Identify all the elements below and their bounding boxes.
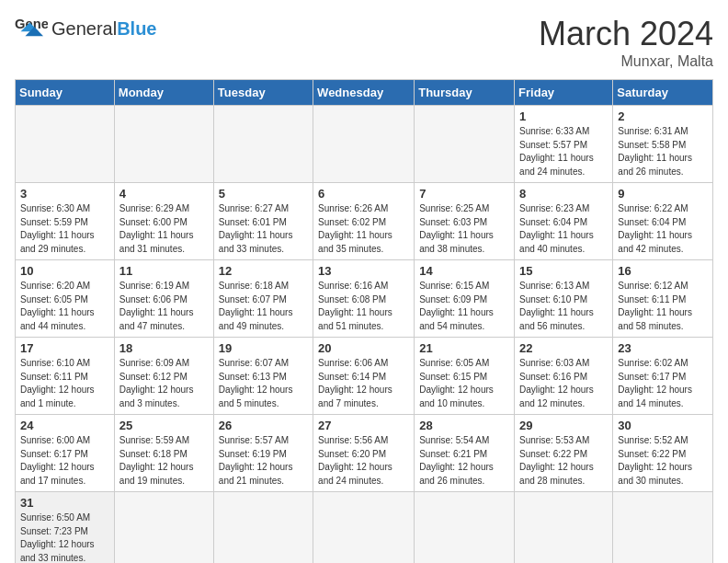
day-number: 30 <box>618 419 708 432</box>
day-info: Sunrise: 6:00 AM Sunset: 6:17 PM Dayligh… <box>20 434 109 488</box>
calendar-cell <box>313 106 415 183</box>
day-number: 14 <box>419 264 509 278</box>
day-info: Sunrise: 6:27 AM Sunset: 6:01 PM Dayligh… <box>219 202 308 256</box>
day-number: 16 <box>618 264 708 278</box>
day-number: 26 <box>219 419 308 432</box>
column-header-friday: Friday <box>515 80 613 106</box>
day-info: Sunrise: 6:16 AM Sunset: 6:08 PM Dayligh… <box>318 280 409 333</box>
day-number: 11 <box>119 264 209 278</box>
day-number: 5 <box>219 187 308 201</box>
day-number: 24 <box>20 419 109 432</box>
day-number: 3 <box>20 187 109 201</box>
calendar-cell <box>313 492 415 564</box>
calendar-cell: 4Sunrise: 6:29 AM Sunset: 6:00 PM Daylig… <box>114 183 213 260</box>
day-number: 17 <box>20 341 109 355</box>
day-info: Sunrise: 6:23 AM Sunset: 6:04 PM Dayligh… <box>519 202 608 256</box>
column-header-thursday: Thursday <box>415 80 515 106</box>
calendar-cell: 19Sunrise: 6:07 AM Sunset: 6:13 PM Dayli… <box>213 338 313 415</box>
calendar-table: SundayMondayTuesdayWednesdayThursdayFrid… <box>15 79 713 563</box>
day-info: Sunrise: 6:06 AM Sunset: 6:14 PM Dayligh… <box>318 357 409 410</box>
column-header-sunday: Sunday <box>16 80 115 106</box>
day-number: 21 <box>419 341 509 355</box>
calendar-cell <box>114 492 213 564</box>
day-info: Sunrise: 6:03 AM Sunset: 6:16 PM Dayligh… <box>519 357 608 410</box>
day-number: 25 <box>119 419 209 432</box>
location-subtitle: Munxar, Malta <box>539 53 713 70</box>
calendar-cell: 7Sunrise: 6:25 AM Sunset: 6:03 PM Daylig… <box>415 183 515 260</box>
day-info: Sunrise: 6:26 AM Sunset: 6:02 PM Dayligh… <box>318 202 409 256</box>
month-year-title: March 2024 <box>539 15 713 53</box>
calendar-week-row: 1Sunrise: 6:33 AM Sunset: 5:57 PM Daylig… <box>16 106 713 183</box>
day-info: Sunrise: 5:57 AM Sunset: 6:19 PM Dayligh… <box>219 434 308 488</box>
day-number: 23 <box>618 341 708 355</box>
calendar-cell: 12Sunrise: 6:18 AM Sunset: 6:07 PM Dayli… <box>213 260 313 338</box>
day-info: Sunrise: 6:18 AM Sunset: 6:07 PM Dayligh… <box>219 280 308 333</box>
calendar-cell: 25Sunrise: 5:59 AM Sunset: 6:18 PM Dayli… <box>114 415 213 492</box>
column-header-monday: Monday <box>114 80 213 106</box>
day-info: Sunrise: 6:12 AM Sunset: 6:11 PM Dayligh… <box>618 280 708 333</box>
calendar-cell: 11Sunrise: 6:19 AM Sunset: 6:06 PM Dayli… <box>114 260 213 338</box>
calendar-cell: 8Sunrise: 6:23 AM Sunset: 6:04 PM Daylig… <box>515 183 613 260</box>
day-number: 27 <box>318 419 409 432</box>
calendar-cell: 22Sunrise: 6:03 AM Sunset: 6:16 PM Dayli… <box>515 338 613 415</box>
calendar-cell: 13Sunrise: 6:16 AM Sunset: 6:08 PM Dayli… <box>313 260 415 338</box>
calendar-cell <box>16 106 115 183</box>
calendar-week-row: 3Sunrise: 6:30 AM Sunset: 5:59 PM Daylig… <box>16 183 713 260</box>
calendar-cell: 29Sunrise: 5:53 AM Sunset: 6:22 PM Dayli… <box>515 415 613 492</box>
calendar-cell <box>213 492 313 564</box>
calendar-cell: 27Sunrise: 5:56 AM Sunset: 6:20 PM Dayli… <box>313 415 415 492</box>
calendar-cell <box>415 492 515 564</box>
day-number: 7 <box>419 187 509 201</box>
day-info: Sunrise: 6:15 AM Sunset: 6:09 PM Dayligh… <box>419 280 509 333</box>
day-info: Sunrise: 6:09 AM Sunset: 6:12 PM Dayligh… <box>119 357 209 410</box>
title-area: March 2024 Munxar, Malta <box>539 15 713 70</box>
calendar-cell: 15Sunrise: 6:13 AM Sunset: 6:10 PM Dayli… <box>515 260 613 338</box>
day-number: 12 <box>219 264 308 278</box>
day-info: Sunrise: 6:25 AM Sunset: 6:03 PM Dayligh… <box>419 202 509 256</box>
calendar-cell: 10Sunrise: 6:20 AM Sunset: 6:05 PM Dayli… <box>16 260 115 338</box>
day-info: Sunrise: 6:02 AM Sunset: 6:17 PM Dayligh… <box>618 357 708 410</box>
day-number: 9 <box>618 187 708 201</box>
day-info: Sunrise: 6:07 AM Sunset: 6:13 PM Dayligh… <box>219 357 308 410</box>
column-header-saturday: Saturday <box>613 80 713 106</box>
calendar-cell: 21Sunrise: 6:05 AM Sunset: 6:15 PM Dayli… <box>415 338 515 415</box>
logo: General GeneralBlue <box>15 15 157 42</box>
calendar-cell <box>114 106 213 183</box>
day-info: Sunrise: 5:54 AM Sunset: 6:21 PM Dayligh… <box>419 434 509 488</box>
day-info: Sunrise: 6:31 AM Sunset: 5:58 PM Dayligh… <box>618 125 708 178</box>
calendar-cell: 23Sunrise: 6:02 AM Sunset: 6:17 PM Dayli… <box>613 338 713 415</box>
calendar-cell: 3Sunrise: 6:30 AM Sunset: 5:59 PM Daylig… <box>16 183 115 260</box>
day-info: Sunrise: 5:56 AM Sunset: 6:20 PM Dayligh… <box>318 434 409 488</box>
calendar-cell: 5Sunrise: 6:27 AM Sunset: 6:01 PM Daylig… <box>213 183 313 260</box>
calendar-cell: 9Sunrise: 6:22 AM Sunset: 6:04 PM Daylig… <box>613 183 713 260</box>
day-info: Sunrise: 6:22 AM Sunset: 6:04 PM Dayligh… <box>618 202 708 256</box>
calendar-cell <box>613 492 713 564</box>
day-info: Sunrise: 6:13 AM Sunset: 6:10 PM Dayligh… <box>519 280 608 333</box>
day-info: Sunrise: 5:53 AM Sunset: 6:22 PM Dayligh… <box>519 434 608 488</box>
calendar-cell: 2Sunrise: 6:31 AM Sunset: 5:58 PM Daylig… <box>613 106 713 183</box>
day-number: 1 <box>519 109 608 123</box>
day-number: 20 <box>318 341 409 355</box>
calendar-cell <box>515 492 613 564</box>
day-number: 31 <box>20 496 109 510</box>
day-number: 10 <box>20 264 109 278</box>
calendar-cell: 16Sunrise: 6:12 AM Sunset: 6:11 PM Dayli… <box>613 260 713 338</box>
calendar-cell: 26Sunrise: 5:57 AM Sunset: 6:19 PM Dayli… <box>213 415 313 492</box>
day-info: Sunrise: 5:52 AM Sunset: 6:22 PM Dayligh… <box>618 434 708 488</box>
calendar-cell: 28Sunrise: 5:54 AM Sunset: 6:21 PM Dayli… <box>415 415 515 492</box>
day-info: Sunrise: 6:33 AM Sunset: 5:57 PM Dayligh… <box>519 125 608 178</box>
day-info: Sunrise: 6:10 AM Sunset: 6:11 PM Dayligh… <box>20 357 109 410</box>
header: General GeneralBlue March 2024 Munxar, M… <box>15 15 713 70</box>
calendar-week-row: 31Sunrise: 6:50 AM Sunset: 7:23 PM Dayli… <box>16 492 713 564</box>
logo-blue-text: Blue <box>117 18 156 39</box>
day-info: Sunrise: 6:50 AM Sunset: 7:23 PM Dayligh… <box>20 511 109 563</box>
logo-general-text: General <box>51 18 117 39</box>
calendar-cell: 30Sunrise: 5:52 AM Sunset: 6:22 PM Dayli… <box>613 415 713 492</box>
day-info: Sunrise: 6:30 AM Sunset: 5:59 PM Dayligh… <box>20 202 109 256</box>
day-number: 18 <box>119 341 209 355</box>
day-number: 15 <box>519 264 608 278</box>
day-number: 13 <box>318 264 409 278</box>
calendar-cell: 17Sunrise: 6:10 AM Sunset: 6:11 PM Dayli… <box>16 338 115 415</box>
calendar-cell: 20Sunrise: 6:06 AM Sunset: 6:14 PM Dayli… <box>313 338 415 415</box>
column-header-tuesday: Tuesday <box>213 80 313 106</box>
